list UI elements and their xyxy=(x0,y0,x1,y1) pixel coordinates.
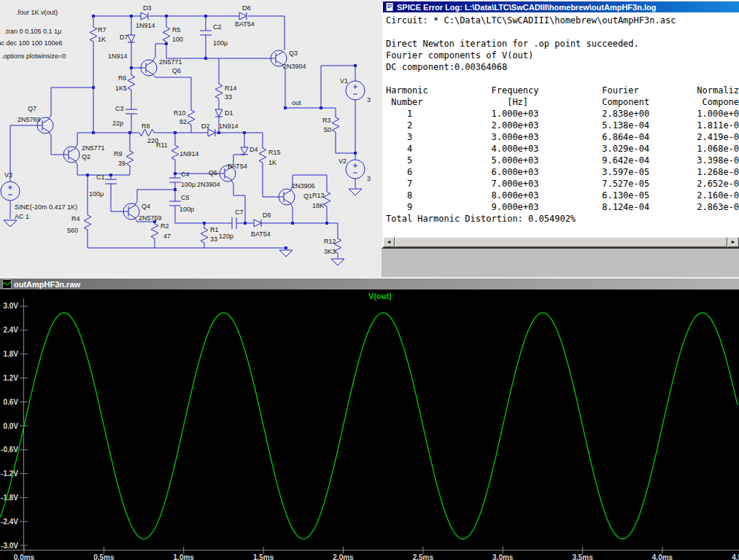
svg-text:-1.2V: -1.2V xyxy=(1,470,18,478)
label-C1[interactable]: C1 xyxy=(96,174,105,181)
label-out-net[interactable]: out xyxy=(292,99,301,106)
label-R5-value[interactable]: 100 xyxy=(172,36,183,43)
label-R10-value[interactable]: 82 xyxy=(179,118,187,125)
label-R7[interactable]: R7 xyxy=(98,26,107,34)
label-Q5-value[interactable]: 2N3904 xyxy=(197,181,220,188)
label-R10[interactable]: R10 xyxy=(174,109,186,117)
label-R1[interactable]: R1 xyxy=(210,226,219,233)
label-R2[interactable]: R2 xyxy=(160,222,169,230)
label-R14[interactable]: R14 xyxy=(225,85,237,92)
label-D4-value[interactable]: BAT54 xyxy=(228,163,247,170)
svg-text:3.5ms: 3.5ms xyxy=(572,553,593,560)
label-D5-value[interactable]: 1N914 xyxy=(179,150,199,158)
waveform-titlebar[interactable]: outAmpHF3n.raw xyxy=(0,279,739,289)
error-log-content[interactable]: Circuit: * C:\Data\LTC\SwCADIII\homebrew… xyxy=(383,12,739,237)
label-R4-value[interactable]: 560 xyxy=(67,227,78,234)
label-R7-value[interactable]: 1K xyxy=(98,36,106,43)
label-Q6[interactable]: Q6 xyxy=(172,67,181,74)
spice-error-log-window: SPICE Error Log: L:\Data\LTC\SwCADIII\ho… xyxy=(382,0,739,249)
label-R6-value[interactable]: 1K5 xyxy=(115,85,127,92)
label-C1-value[interactable]: 100μ xyxy=(89,190,104,198)
label-R12-value[interactable]: 3K3 xyxy=(324,248,336,255)
label-C5[interactable]: C5 xyxy=(181,194,190,201)
directive-options[interactable]: .options plotwinsize=0 xyxy=(1,52,66,60)
scrollbar-thumb[interactable] xyxy=(395,237,727,247)
label-R6[interactable]: R6 xyxy=(118,74,127,82)
directive-tran[interactable]: .tran 0 0.105 0.1 1μ xyxy=(4,28,61,35)
label-D6-value[interactable]: BAT54 xyxy=(251,230,271,238)
label-C4[interactable]: C4 xyxy=(181,171,190,178)
label-R9[interactable]: R9 xyxy=(114,150,123,158)
label-R4[interactable]: R4 xyxy=(71,215,80,222)
scroll-right-button[interactable]: ► xyxy=(727,237,739,247)
directive-four[interactable]: .four 1K v(out) xyxy=(16,9,58,16)
scroll-left-button[interactable]: ◄ xyxy=(383,237,395,247)
label-R11[interactable]: R11 xyxy=(156,141,168,149)
label-R15[interactable]: R15 xyxy=(268,149,281,156)
label-D8[interactable]: D8 xyxy=(242,4,251,12)
label-Q7[interactable]: Q7 xyxy=(28,105,36,112)
label-C7-value[interactable]: 120p xyxy=(219,233,233,240)
waveform-plot-pane[interactable]: 3.0V2.4V1.8V1.2V0.6V0.0V-0.6V-1.2V-1.8V-… xyxy=(0,289,739,560)
label-Q4-value[interactable]: 2N5769 xyxy=(139,214,162,222)
svg-text:2.5ms: 2.5ms xyxy=(413,553,434,560)
label-R3[interactable]: R3 xyxy=(322,117,331,124)
error-log-titlebar[interactable]: SPICE Error Log: L:\Data\LTC\SwCADIII\ho… xyxy=(383,1,739,12)
label-V3[interactable]: V3 xyxy=(4,171,12,179)
label-R12[interactable]: R12 xyxy=(324,238,336,245)
label-C2-value[interactable]: 100μ xyxy=(213,39,228,47)
label-C2[interactable]: C2 xyxy=(213,23,222,31)
label-R14-value[interactable]: 33 xyxy=(225,93,232,101)
label-V1[interactable]: V1 xyxy=(340,77,348,85)
label-V3-ac[interactable]: AC 1 xyxy=(15,213,29,220)
label-Q3-value[interactable]: 2N3904 xyxy=(283,63,306,70)
label-D7[interactable]: D7 xyxy=(120,34,128,41)
label-R13[interactable]: R13 xyxy=(312,192,325,199)
svg-text:-0.6V: -0.6V xyxy=(1,446,18,454)
label-C5-value[interactable]: 100p xyxy=(179,206,194,213)
label-D6[interactable]: D6 xyxy=(263,211,271,219)
label-D4[interactable]: D4 xyxy=(249,146,258,153)
label-R3-value[interactable]: 50 xyxy=(324,126,331,133)
label-D2-value[interactable]: 1N914 xyxy=(219,122,239,130)
label-Q1-value[interactable]: 2N3906 xyxy=(292,182,315,190)
label-C3-value[interactable]: 22p xyxy=(112,120,123,127)
label-R15-value[interactable]: 1K xyxy=(268,159,276,166)
label-D1[interactable]: D1 xyxy=(225,109,233,117)
label-V3-sine[interactable]: SINE(-20m 0.417 1K) xyxy=(15,203,77,211)
label-R2-value[interactable]: 47 xyxy=(163,233,171,240)
error-log-hscrollbar[interactable]: ◄ ► xyxy=(383,237,739,247)
schematic-editor[interactable]: .four 1K v(out) .tran 0 0.105 0.1 1μ .ac… xyxy=(0,0,382,277)
directive-ac[interactable]: .ac dec 100 100 100e6 xyxy=(0,39,63,47)
svg-text:0.0V: 0.0V xyxy=(3,422,18,430)
label-Q7-value[interactable]: 2N5769 xyxy=(18,116,41,123)
label-D8-value[interactable]: BAT54 xyxy=(235,20,255,28)
label-R5[interactable]: R5 xyxy=(172,26,181,34)
waveform-icon xyxy=(2,279,12,289)
label-C3[interactable]: C3 xyxy=(115,105,124,112)
label-Q3[interactable]: Q3 xyxy=(289,50,298,57)
label-R9-value[interactable]: 39 xyxy=(118,160,125,167)
label-Q4[interactable]: Q4 xyxy=(142,203,150,210)
label-Q2-value[interactable]: 2N5771 xyxy=(82,144,105,152)
label-R13-value[interactable]: 18K xyxy=(312,202,324,209)
label-R1-value[interactable]: 33 xyxy=(210,236,217,243)
label-Q2[interactable]: Q2 xyxy=(82,153,90,160)
label-Q5[interactable]: Q5 xyxy=(209,169,217,176)
label-Q1[interactable]: Q1 xyxy=(303,192,312,200)
label-D2[interactable]: D2 xyxy=(201,122,210,130)
svg-text:-3.0V: -3.0V xyxy=(1,542,18,550)
label-V2[interactable]: V2 xyxy=(338,158,347,165)
label-D7-value[interactable]: 1N914 xyxy=(108,52,128,60)
label-C4-value[interactable]: 100μ xyxy=(181,181,196,188)
label-C7[interactable]: C7 xyxy=(235,209,244,216)
trace-label[interactable]: V(out) xyxy=(368,292,392,300)
label-R8[interactable]: R8 xyxy=(142,122,150,130)
label-Q6-value[interactable]: 2N5771 xyxy=(159,58,182,66)
label-V1-value[interactable]: 3 xyxy=(367,96,371,104)
waveform-plot[interactable]: 3.0V2.4V1.8V1.2V0.6V0.0V-0.6V-1.2V-1.8V-… xyxy=(0,289,739,560)
label-D3[interactable]: D3 xyxy=(143,4,152,12)
error-log-title: SPICE Error Log: L:\Data\LTC\SwCADIII\ho… xyxy=(397,3,656,12)
label-V2-value[interactable]: 3 xyxy=(367,175,371,182)
label-D3-value[interactable]: 1N914 xyxy=(136,22,155,29)
